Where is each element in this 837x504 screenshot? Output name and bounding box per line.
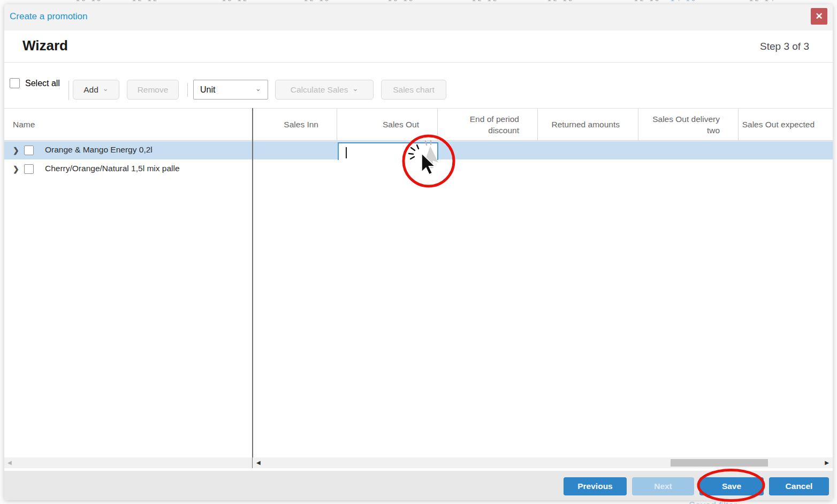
- wizard-header: Wizard Step 3 of 3: [4, 30, 833, 63]
- close-icon: ✕: [815, 11, 823, 21]
- app-screen: 13 13 12 12 13 12 12 13 13 13 12 12 12 1…: [0, 0, 837, 504]
- background-text-fragment: 12 12: [132, 0, 159, 3]
- right-pane-scrollbar[interactable]: ◀ ▶: [253, 457, 833, 468]
- column-header-sales-inn[interactable]: Sales Inn: [256, 109, 337, 140]
- previous-button[interactable]: Previous: [564, 477, 627, 495]
- background-page-top: 13 13 12 12 13 12 12 13 13 13 12 12 12 1…: [0, 0, 837, 4]
- background-text-fragment: 12 13: [304, 0, 331, 3]
- scroll-right-icon[interactable]: ▶: [825, 457, 829, 468]
- background-text-fragment: 13 13: [76, 0, 103, 3]
- row-checkbox[interactable]: [24, 164, 34, 174]
- scrollbar-thumb[interactable]: [671, 459, 768, 467]
- calculate-sales-label: Calculate Sales: [291, 85, 348, 95]
- unit-select-value: Unit: [200, 85, 215, 95]
- chevron-down-icon: ⌄: [352, 85, 358, 93]
- column-header-returned-amounts[interactable]: Returned amounts: [538, 109, 638, 140]
- unit-select[interactable]: Unit ⌄: [193, 80, 268, 100]
- background-text-fragment: 14 15: [671, 0, 697, 3]
- remove-button[interactable]: Remove: [127, 80, 179, 100]
- background-text-fragment: 12 13: [634, 0, 661, 3]
- chevron-down-icon: ⌄: [255, 85, 261, 93]
- row-name: Orange & Mango Energy 0,2l: [45, 145, 153, 155]
- sales-chart-label: Sales chart: [393, 85, 435, 95]
- column-header-sales-out-delivery-two[interactable]: Sales Out delivery two: [638, 109, 739, 140]
- sales-out-input[interactable]: [338, 142, 438, 162]
- expand-chevron-icon[interactable]: ❯: [13, 164, 19, 174]
- column-header-sales-out[interactable]: Sales Out: [337, 109, 438, 140]
- toolbar-divider: [69, 81, 69, 100]
- row-checkbox[interactable]: [24, 146, 34, 155]
- table-row[interactable]: ❯ Cherry/Orange/Natural 1,5l mix palle: [4, 160, 833, 178]
- add-button[interactable]: Add ⌄: [73, 80, 119, 100]
- save-button[interactable]: Save: [699, 477, 764, 495]
- add-button-label: Add: [83, 85, 98, 95]
- background-text-fragment: 13 12: [222, 0, 249, 3]
- page-title: Wizard: [22, 37, 68, 54]
- toolbar-divider: [187, 83, 188, 97]
- expand-chevron-icon[interactable]: ❯: [13, 146, 19, 155]
- chevron-down-icon: ⌄: [103, 85, 109, 93]
- select-all-label: Select all: [25, 79, 60, 88]
- column-header-sales-out-expected[interactable]: Sales Out expected: [739, 109, 833, 140]
- column-header-name[interactable]: Name: [4, 109, 252, 140]
- background-text-fragment: 12 12: [472, 0, 499, 3]
- text-caret: [346, 147, 347, 158]
- scroll-left-icon[interactable]: ◀: [7, 457, 12, 468]
- select-all-checkbox[interactable]: [10, 78, 20, 88]
- row-name: Cherry/Orange/Natural 1,5l mix palle: [45, 164, 180, 173]
- dialog-titlebar: Create a promotion ✕: [4, 4, 833, 30]
- sales-chart-button[interactable]: Sales chart: [381, 80, 446, 100]
- background-page-bottom: Saved filter: [0, 500, 837, 504]
- create-promotion-dialog: Create a promotion ✕ Wizard Step 3 of 3 …: [4, 4, 833, 500]
- background-text-fragment: Saved filter: [689, 500, 737, 504]
- background-text-fragment: 12 14: [749, 0, 776, 3]
- dialog-title: Create a promotion: [10, 11, 88, 22]
- step-indicator: Step 3 of 3: [760, 41, 809, 52]
- cancel-button[interactable]: Cancel: [769, 477, 829, 495]
- table-header: Name Sales Inn Sales Out End of period d…: [4, 108, 833, 141]
- close-button[interactable]: ✕: [811, 8, 827, 25]
- calculate-sales-button[interactable]: Calculate Sales ⌄: [275, 80, 374, 100]
- left-pane-scrollbar[interactable]: ◀: [4, 457, 252, 468]
- next-button[interactable]: Next: [632, 477, 694, 495]
- table-row[interactable]: ❯ Orange & Mango Energy 0,2l: [4, 141, 833, 159]
- table-body: ❯ Orange & Mango Energy 0,2l ❯ Cherry/Or…: [4, 141, 833, 456]
- background-text-fragment: 12 13: [547, 0, 574, 3]
- column-header-end-of-period-discount[interactable]: End of period discount: [438, 109, 538, 140]
- dialog-footer: Previous Next Save Cancel: [4, 471, 833, 500]
- remove-button-label: Remove: [138, 85, 169, 95]
- background-text-fragment: 13 13: [388, 0, 415, 3]
- scroll-left-icon[interactable]: ◀: [256, 457, 261, 468]
- pane-separator: [252, 108, 253, 468]
- toolbar: Select all Add ⌄ Remove Unit ⌄ Calculate…: [4, 63, 833, 108]
